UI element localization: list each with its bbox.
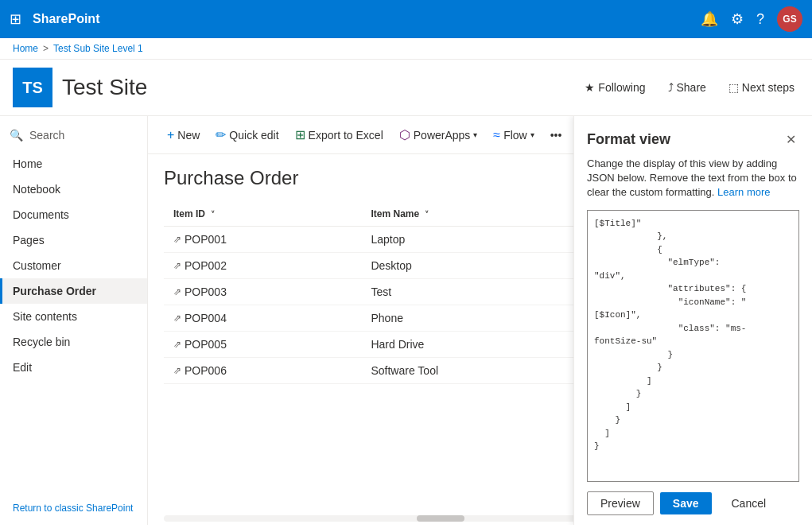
- flow-label: Flow: [503, 129, 527, 142]
- share-label: Share: [677, 81, 706, 94]
- next-steps-label: Next steps: [742, 81, 795, 94]
- breadcrumb-home[interactable]: Home: [13, 43, 38, 54]
- item-id-cell: ⇗POP005: [164, 332, 361, 358]
- row-icon: ⇗: [173, 286, 181, 297]
- breadcrumb: Home > Test Sub Site Level 1: [0, 38, 812, 60]
- powerapps-icon: ⬡: [399, 127, 410, 142]
- item-id: POP003: [185, 285, 227, 298]
- waffle-icon[interactable]: ⊞: [10, 10, 21, 28]
- format-panel-header: Format view ✕: [574, 116, 812, 157]
- breadcrumb-sep: >: [43, 43, 49, 54]
- following-button[interactable]: ★ Following: [580, 78, 650, 97]
- more-button[interactable]: •••: [544, 124, 569, 146]
- item-id-cell: ⇗POP002: [164, 253, 361, 279]
- item-id-cell: ⇗POP004: [164, 305, 361, 332]
- avatar[interactable]: GS: [777, 6, 802, 32]
- item-id-cell: ⇗POP006: [164, 358, 361, 384]
- item-name: Laptop: [361, 227, 597, 253]
- site-header: TS Test Site ★ Following ⤴ Share ⬚ Next …: [0, 60, 812, 116]
- powerapps-chevron: ▾: [473, 130, 477, 139]
- new-label: New: [177, 129, 200, 142]
- format-panel-footer: Preview Save Cancel: [574, 482, 812, 525]
- help-icon[interactable]: ?: [756, 11, 764, 28]
- bell-icon[interactable]: 🔔: [701, 10, 718, 28]
- sort-icon: ˅: [208, 210, 215, 219]
- powerapps-button[interactable]: ⬡ PowerApps ▾: [393, 122, 484, 147]
- content-area: + New ✏ Quick edit ⊞ Export to Excel ⬡ P…: [148, 116, 812, 525]
- item-name: Phone: [361, 305, 597, 332]
- format-panel-title: Format view: [587, 131, 670, 148]
- site-title: Test Site: [62, 75, 580, 100]
- quick-edit-button[interactable]: ✏ Quick edit: [209, 122, 285, 147]
- format-panel-description: Change the display of this view by addin…: [574, 157, 812, 210]
- sidebar-item-home[interactable]: Home: [0, 151, 147, 177]
- powerapps-label: PowerApps: [414, 129, 471, 142]
- sidebar-search[interactable]: 🔍 Search: [0, 122, 147, 148]
- flow-chevron: ▾: [530, 130, 534, 139]
- top-nav: ⊞ SharePoint 🔔 ⚙ ? GS: [0, 0, 812, 38]
- format-view-panel: Format view ✕ Change the display of this…: [573, 116, 812, 525]
- site-actions: ★ Following ⤴ Share ⬚ Next steps: [580, 78, 799, 97]
- item-id-cell: ⇗POP001: [164, 227, 361, 253]
- sidebar-item-customer[interactable]: Customer: [0, 253, 147, 278]
- item-id: POP005: [185, 338, 227, 351]
- item-name: Hard Drive: [361, 332, 597, 358]
- row-icon: ⇗: [173, 234, 181, 245]
- sort-icon: ˅: [422, 210, 429, 219]
- row-icon: ⇗: [173, 313, 181, 324]
- following-label: Following: [598, 81, 645, 94]
- sidebar: 🔍 Search HomeNotebookDocumentsPagesCusto…: [0, 116, 148, 525]
- flow-button[interactable]: ≈ Flow ▾: [487, 123, 540, 147]
- item-name: Desktop: [361, 253, 597, 279]
- search-icon: 🔍: [10, 129, 23, 142]
- edit-icon: ✏: [216, 127, 226, 142]
- excel-icon: ⊞: [295, 127, 305, 142]
- settings-icon[interactable]: ⚙: [731, 10, 744, 28]
- item-id: POP004: [185, 312, 227, 324]
- sidebar-item-documents[interactable]: Documents: [0, 202, 147, 227]
- sidebar-item-recycle-bin[interactable]: Recycle bin: [0, 329, 147, 355]
- quick-edit-label: Quick edit: [229, 129, 278, 142]
- nav-icons: 🔔 ⚙ ? GS: [701, 6, 802, 32]
- next-steps-button[interactable]: ⬚ Next steps: [724, 78, 799, 97]
- brand-name: SharePoint: [33, 12, 693, 26]
- save-button[interactable]: Save: [660, 492, 712, 514]
- export-button[interactable]: ⊞ Export to Excel: [289, 122, 390, 147]
- main-layout: 🔍 Search HomeNotebookDocumentsPagesCusto…: [0, 116, 812, 525]
- sidebar-item-site-contents[interactable]: Site contents: [0, 304, 147, 329]
- share-button[interactable]: ⤴ Share: [663, 78, 711, 97]
- star-icon: ★: [585, 81, 595, 94]
- export-label: Export to Excel: [309, 129, 383, 142]
- share-icon: ⤴: [668, 81, 674, 94]
- column-item-id[interactable]: Item ID ˅: [164, 202, 361, 227]
- search-label: Search: [29, 129, 64, 142]
- item-name: Test: [361, 279, 597, 305]
- site-logo: TS: [13, 68, 52, 107]
- item-id: POP001: [185, 233, 227, 246]
- item-id: POP002: [185, 259, 227, 272]
- breadcrumb-subsite[interactable]: Test Sub Site Level 1: [53, 43, 143, 54]
- item-name: Software Tool: [361, 358, 597, 384]
- next-steps-icon: ⬚: [728, 81, 739, 94]
- preview-button[interactable]: Preview: [587, 491, 654, 515]
- item-id-cell: ⇗POP003: [164, 279, 361, 305]
- new-icon: +: [167, 128, 174, 142]
- sidebar-item-purchase-order[interactable]: Purchase Order: [0, 278, 147, 304]
- sidebar-nav: HomeNotebookDocumentsPagesCustomerPurcha…: [0, 151, 147, 380]
- row-icon: ⇗: [173, 339, 181, 350]
- learn-more-link[interactable]: Learn more: [717, 186, 770, 198]
- row-icon: ⇗: [173, 365, 181, 376]
- item-id: POP006: [185, 364, 227, 377]
- close-button[interactable]: ✕: [783, 129, 799, 150]
- sidebar-item-pages[interactable]: Pages: [0, 227, 147, 253]
- return-classic-link[interactable]: Return to classic SharePoint: [0, 496, 148, 520]
- column-item-name[interactable]: Item Name ˅: [361, 202, 597, 227]
- scrollbar-thumb: [417, 515, 464, 522]
- format-json-textarea[interactable]: [587, 210, 799, 482]
- flow-icon: ≈: [493, 128, 500, 142]
- cancel-button[interactable]: Cancel: [718, 491, 780, 515]
- new-button[interactable]: + New: [161, 123, 206, 147]
- sidebar-item-notebook[interactable]: Notebook: [0, 177, 147, 202]
- sidebar-item-edit[interactable]: Edit: [0, 355, 147, 380]
- more-icon: •••: [550, 129, 562, 142]
